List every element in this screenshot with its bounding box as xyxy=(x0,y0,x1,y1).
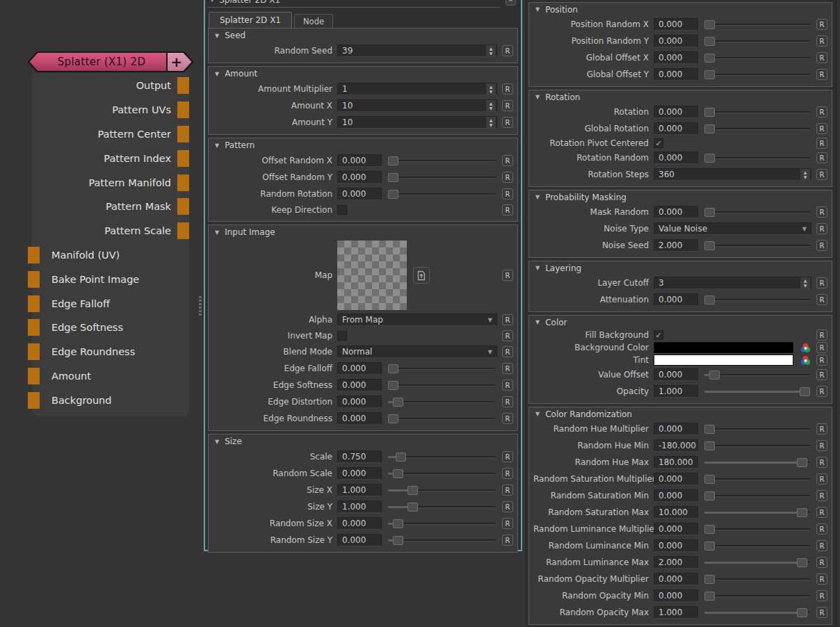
slider-track[interactable] xyxy=(704,545,810,547)
slider-handle[interactable] xyxy=(797,608,807,617)
output-port-pattern-scale[interactable]: Pattern Scale xyxy=(32,219,189,243)
number-field[interactable]: 0.000 xyxy=(654,423,698,435)
number-field[interactable]: 0.000 xyxy=(337,171,382,184)
slider[interactable] xyxy=(704,574,810,585)
port-connector-square[interactable] xyxy=(177,126,189,142)
reset-button[interactable]: R xyxy=(502,314,513,325)
slider[interactable] xyxy=(704,591,810,601)
input-port-bake-point-image[interactable]: Bake Point Image xyxy=(32,267,189,291)
slider[interactable] xyxy=(388,469,496,479)
slider-handle[interactable] xyxy=(704,70,715,79)
slider[interactable] xyxy=(704,370,810,380)
number-field[interactable]: 0.000 xyxy=(654,152,698,164)
panel-title-field[interactable]: ▼ Splatter 2D X1 xyxy=(207,0,500,8)
slider-track[interactable] xyxy=(704,111,810,113)
collapse-triangle-icon[interactable]: ▼ xyxy=(215,142,219,149)
reset-button[interactable]: R xyxy=(502,468,513,479)
slider-track[interactable] xyxy=(704,374,810,376)
output-port-output[interactable]: Output xyxy=(32,74,189,98)
collapse-triangle-icon[interactable]: ▼ xyxy=(215,439,219,445)
number-field[interactable]: 1.000 xyxy=(337,500,382,513)
number-field[interactable]: 0.000 xyxy=(337,379,382,391)
reset-button[interactable]: R xyxy=(816,277,827,288)
dropdown[interactable]: Value Noise▼ xyxy=(654,222,811,235)
section-header[interactable]: ▼Rotation xyxy=(529,90,832,104)
slider[interactable] xyxy=(704,207,810,218)
number-field[interactable]: 0.000 xyxy=(337,188,382,200)
output-port-pattern-mask[interactable]: Pattern Mask xyxy=(32,195,189,219)
collapse-triangle-icon[interactable]: ▼ xyxy=(215,33,219,39)
slider-track[interactable] xyxy=(388,539,496,542)
reset-button[interactable]: R xyxy=(502,484,513,496)
reset-button[interactable]: R xyxy=(816,369,827,380)
reset-button[interactable]: R xyxy=(502,518,513,529)
slider-track[interactable] xyxy=(704,445,810,447)
reset-button[interactable]: R xyxy=(816,523,827,535)
collapse-triangle-icon[interactable]: ▼ xyxy=(210,0,214,3)
slider[interactable] xyxy=(704,386,810,397)
number-field[interactable]: 2.000 xyxy=(654,556,698,569)
reset-button[interactable]: R xyxy=(816,329,827,341)
checkbox[interactable] xyxy=(337,331,347,341)
slider[interactable] xyxy=(704,70,810,80)
number-field[interactable]: 0.000 xyxy=(337,467,382,480)
slider[interactable] xyxy=(704,457,810,468)
slider-track[interactable] xyxy=(704,478,810,480)
slider-track[interactable] xyxy=(388,160,496,162)
color-picker-button[interactable] xyxy=(800,355,811,366)
slider-handle[interactable] xyxy=(388,414,398,423)
number-field[interactable]: 0.000 xyxy=(654,18,698,31)
number-field[interactable]: 0.000 xyxy=(337,412,382,425)
port-connector-square[interactable] xyxy=(28,247,40,263)
slider-handle[interactable] xyxy=(704,525,715,534)
reset-button[interactable]: R xyxy=(502,188,513,200)
reset-button[interactable]: R xyxy=(502,330,513,341)
number-spinner-field[interactable]: 39▲▼ xyxy=(337,44,497,57)
slider-track[interactable] xyxy=(704,528,810,530)
splatter-node[interactable]: Splatter (X1) 2D + OutputPattern UVsPatt… xyxy=(28,51,193,416)
slider[interactable] xyxy=(388,189,496,200)
reset-button[interactable]: R xyxy=(816,106,827,117)
number-field[interactable]: 10.000 xyxy=(654,506,698,519)
number-spinner-field[interactable]: 1▲▼ xyxy=(337,83,497,95)
slider-track[interactable] xyxy=(388,177,496,179)
color-swatch[interactable] xyxy=(654,342,793,353)
reset-button[interactable]: R xyxy=(502,413,513,424)
number-field[interactable]: 0.000 xyxy=(654,368,698,381)
reset-button[interactable]: R xyxy=(816,19,827,30)
section-header[interactable]: ▼Color Randomization xyxy=(529,407,832,421)
slider-handle[interactable] xyxy=(704,592,715,601)
section-header[interactable]: ▼Position xyxy=(529,3,832,16)
reset-button[interactable]: R xyxy=(502,346,513,357)
spin-up-icon[interactable]: ▲ xyxy=(486,46,496,51)
reset-button[interactable]: R xyxy=(502,117,513,128)
number-field[interactable]: 0.000 xyxy=(654,35,698,47)
slider[interactable] xyxy=(388,380,496,391)
port-connector-square[interactable] xyxy=(177,101,189,118)
number-field[interactable]: 2.000 xyxy=(654,239,698,252)
slider-handle[interactable] xyxy=(704,295,715,304)
reset-button[interactable]: R xyxy=(816,35,827,47)
slider-handle[interactable] xyxy=(797,558,807,567)
slider-track[interactable] xyxy=(388,384,496,386)
slider-handle[interactable] xyxy=(388,156,398,165)
slider-handle[interactable] xyxy=(388,173,398,182)
reset-button[interactable]: R xyxy=(816,138,827,149)
number-field[interactable]: -180.000 xyxy=(654,439,698,452)
reset-button[interactable]: R xyxy=(502,45,513,56)
slider-handle[interactable] xyxy=(704,208,715,217)
number-field[interactable]: 0.750 xyxy=(337,450,382,463)
slider-track[interactable] xyxy=(704,24,810,26)
tab-splatter-2d-x1[interactable]: Splatter 2D X1 xyxy=(209,12,292,28)
slider-track[interactable] xyxy=(388,401,496,403)
dropdown[interactable]: Normal▼ xyxy=(337,345,497,358)
reset-button[interactable]: R xyxy=(816,440,827,451)
number-field[interactable]: 0.000 xyxy=(337,396,382,408)
number-spinner-field[interactable]: 10▲▼ xyxy=(337,116,497,129)
upload-image-button[interactable] xyxy=(413,267,430,284)
slider-track[interactable] xyxy=(704,74,810,76)
reset-button[interactable]: R xyxy=(816,294,827,305)
checkbox[interactable] xyxy=(337,205,347,215)
checkbox[interactable]: ✓ xyxy=(654,330,663,340)
slider[interactable] xyxy=(704,608,810,618)
